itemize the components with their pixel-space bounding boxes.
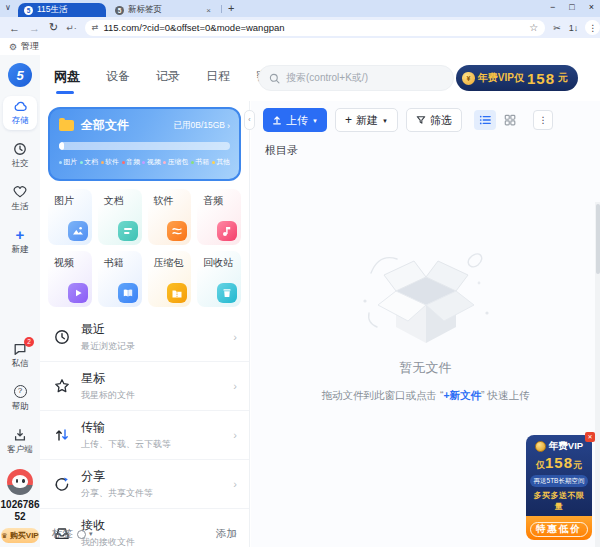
category-video[interactable]: 视频	[48, 251, 92, 307]
folder-icon	[59, 120, 74, 131]
storage-progress-bar	[59, 142, 230, 150]
shortcut-recent[interactable]: 最近 最近浏览记录 ›	[40, 313, 249, 362]
bookmark-star-icon[interactable]: ☆	[529, 22, 538, 33]
user-avatar[interactable]	[7, 469, 33, 495]
favicon-115-icon: 5	[24, 6, 33, 15]
star-icon	[54, 378, 70, 394]
filter-icon	[416, 115, 426, 125]
rail-item-client[interactable]: 客户端	[3, 425, 37, 459]
new-tab-button[interactable]: +	[228, 2, 234, 14]
transfer-arrows-icon	[54, 427, 70, 443]
bookmark-manage[interactable]: ⚙ 管理	[9, 40, 39, 53]
medal-icon	[535, 441, 546, 452]
rail-item-social[interactable]: 社交	[3, 139, 37, 173]
crown-icon: ♛	[1, 532, 7, 539]
top-nav: 网盘 设备 记录 日程 密档	[54, 68, 280, 86]
screenshot-extension-icon[interactable]: ✂	[553, 23, 561, 33]
tab-devices[interactable]: 设备	[106, 68, 130, 86]
type-other[interactable]: 其他	[212, 157, 230, 167]
tab-strip: ∨ 5 115生活 5 新标签页 × + − □ ×	[0, 0, 600, 17]
list-view-button[interactable]	[474, 110, 496, 130]
category-software[interactable]: 软件	[148, 189, 192, 245]
category-books[interactable]: 书籍	[98, 251, 142, 307]
tab-calendar[interactable]: 日程	[206, 68, 230, 86]
category-grid: 图片 文档 软件 音频	[48, 189, 241, 307]
new-file-link[interactable]: +新文件	[443, 389, 481, 401]
scrollbar-thumb[interactable]	[596, 204, 600, 274]
trash-icon	[217, 283, 237, 303]
tab-new-tab[interactable]: 5 新标签页 ×	[109, 3, 217, 17]
tab-115-life[interactable]: 5 115生活	[18, 3, 106, 17]
app-header: 网盘 设备 记录 日程 密档 搜索(control+K或/) ¥ 年费VIP仅 …	[40, 55, 600, 101]
sort-extension-icon[interactable]: 1↓	[569, 23, 579, 33]
type-software[interactable]: 软件	[101, 157, 119, 167]
empty-hint: 拖动文件到此窗口或点击 “+新文件” 快速上传	[251, 389, 600, 403]
grid-view-button[interactable]	[499, 110, 521, 130]
left-panel: 全部文件 已用0B/15GB › 图片 文档 软件 音频 视频 压缩包 书籍 其…	[40, 101, 250, 547]
message-badge: 2	[24, 337, 34, 347]
chevron-right-icon: ›	[227, 121, 230, 131]
category-recycle-bin[interactable]: 回收站	[197, 251, 241, 307]
115-logo[interactable]: 5	[8, 63, 32, 87]
tab-wangpan[interactable]: 网盘	[54, 68, 80, 86]
vip-promo-card[interactable]: ✕ 年费VIP 仅158元 再送5TB长期空间 多买多送不限量 特惠低价	[526, 435, 592, 540]
type-docs[interactable]: 文档	[80, 157, 98, 167]
type-images[interactable]: 图片	[59, 157, 77, 167]
zip-folder-icon	[167, 283, 187, 303]
tab-label: 新标签页	[128, 4, 162, 16]
vip-promo-badge[interactable]: ¥ 年费VIP仅 158 元	[456, 65, 578, 91]
extension-icon[interactable]: ↵·	[66, 23, 77, 33]
window-close-button[interactable]: ×	[589, 2, 594, 12]
play-icon	[68, 283, 88, 303]
reload-button[interactable]: ↻	[49, 21, 58, 34]
rail-item-storage[interactable]: 存储	[3, 96, 37, 130]
type-books[interactable]: 书籍	[191, 157, 209, 167]
mascot-face	[12, 475, 28, 488]
forward-button[interactable]: →	[29, 22, 40, 34]
shortcut-transfers[interactable]: 传输 上传、下载、云下载等 ›	[40, 411, 249, 460]
rail-item-life[interactable]: 生活	[3, 182, 37, 216]
rail-item-create[interactable]: + 新建	[3, 225, 37, 259]
category-images[interactable]: 图片	[48, 189, 92, 245]
upload-button[interactable]: 上传 ▼	[263, 108, 327, 132]
rail-item-messages[interactable]: 2 私信	[3, 339, 37, 373]
empty-box-illustration	[351, 235, 501, 355]
type-zip[interactable]: 压缩包	[163, 157, 188, 167]
panel-collapse-handle[interactable]: ‹	[244, 110, 255, 130]
type-video[interactable]: 视频	[142, 157, 160, 167]
browser-menu-icon[interactable]: ⋮	[585, 20, 600, 35]
search-input[interactable]: 搜索(control+K或/)	[258, 65, 454, 91]
category-archives[interactable]: 压缩包	[148, 251, 192, 307]
back-button[interactable]: ←	[9, 22, 20, 34]
filter-button[interactable]: 筛选	[406, 108, 462, 132]
new-button[interactable]: + 新建 ▼	[335, 108, 398, 132]
type-audio[interactable]: 音频	[122, 157, 140, 167]
shortcut-starred[interactable]: 星标 我星标的文件 ›	[40, 362, 249, 411]
rail-item-help[interactable]: ? 帮助	[3, 382, 37, 416]
window-maximize-button[interactable]: □	[569, 2, 574, 12]
buy-vip-button[interactable]: ♛ 购买VIP	[1, 528, 39, 543]
caret-down-icon: ▼	[312, 118, 318, 124]
address-bar[interactable]: ⇄ 115.com/?cid=0&offset=0&mode=wangpan ☆	[85, 20, 545, 36]
search-icon	[269, 73, 280, 84]
promo-cta[interactable]: 特惠低价	[526, 516, 592, 540]
tab-search-icon[interactable]: ∨	[5, 3, 11, 12]
side-rail: 5 存储 社交 生活 + 新建 2	[0, 55, 40, 547]
site-info-icon[interactable]: ⇄	[92, 23, 99, 32]
tag-circle-icon	[77, 530, 86, 539]
tags-add-button[interactable]: 添加	[216, 527, 237, 541]
tab-close-icon[interactable]: ×	[206, 6, 211, 15]
upload-icon	[272, 115, 282, 125]
shortcut-share[interactable]: 分享 分享、共享文件等 ›	[40, 460, 249, 509]
close-icon[interactable]: ✕	[585, 432, 595, 442]
software-icon	[167, 221, 187, 241]
breadcrumb-root[interactable]: 根目录	[265, 143, 298, 158]
tab-records[interactable]: 记录	[156, 68, 180, 86]
more-options-button[interactable]: ⋮	[533, 110, 553, 130]
all-files-card[interactable]: 全部文件 已用0B/15GB › 图片 文档 软件 音频 视频 压缩包 书籍 其…	[48, 107, 241, 181]
window-minimize-button[interactable]: −	[550, 2, 555, 12]
grid-icon	[504, 114, 516, 126]
category-docs[interactable]: 文档	[98, 189, 142, 245]
tags-dropdown[interactable]: 标签 ▾	[52, 527, 93, 541]
category-audio[interactable]: 音频	[197, 189, 241, 245]
